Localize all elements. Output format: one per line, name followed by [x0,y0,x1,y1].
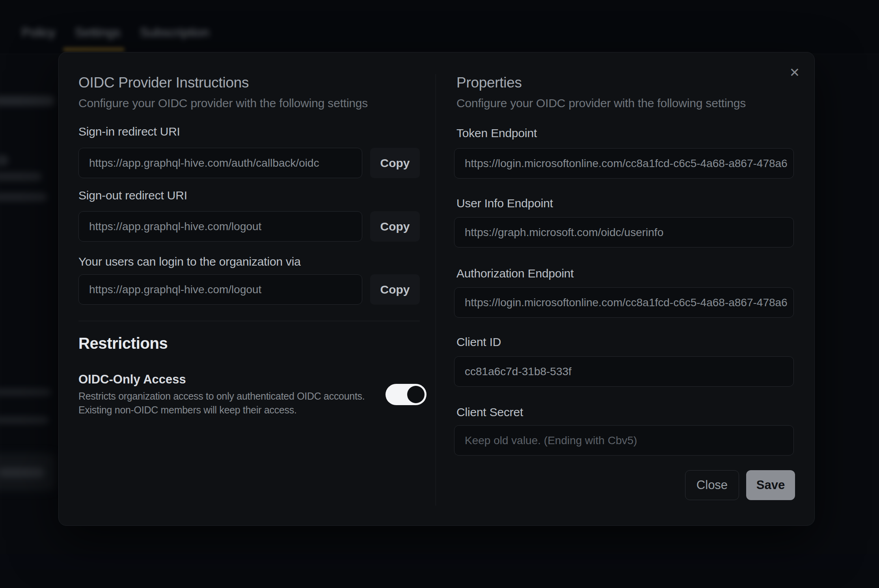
org-login-uri-input[interactable] [78,274,362,305]
sign-in-redirect-uri-label: Sign-in redirect URI [78,125,180,138]
properties-subtitle: Configure your OIDC provider with the fo… [456,97,746,110]
client-id-label: Client ID [456,335,501,349]
properties-title: Properties [456,74,522,91]
org-login-uri-label: Your users can login to the organization… [78,255,301,268]
instructions-subtitle: Configure your OIDC provider with the fo… [78,97,368,110]
oidc-only-access-label: OIDC-Only Access [78,372,186,387]
oidc-only-access-description: Restricts organization access to only au… [78,389,365,417]
oidc-only-access-toggle[interactable] [385,384,426,405]
oidc-settings-modal: ✕ OIDC Provider Instructions Configure y… [58,52,815,526]
restrictions-heading: Restrictions [78,335,168,352]
token-endpoint-input[interactable] [454,148,794,179]
sign-out-redirect-uri-input[interactable] [78,211,362,242]
client-secret-input[interactable] [454,425,794,456]
user-info-endpoint-label: User Info Endpoint [456,197,553,210]
client-id-input[interactable] [454,356,794,387]
description-line-2: Existing non-OIDC members will keep thei… [78,403,365,417]
save-button[interactable]: Save [746,470,795,500]
token-endpoint-label: Token Endpoint [456,127,537,140]
instructions-title: OIDC Provider Instructions [78,74,249,91]
copy-org-login-uri-button[interactable]: Copy [370,274,420,305]
column-divider [436,74,436,506]
sign-out-redirect-uri-label: Sign-out redirect URI [78,189,187,202]
close-button[interactable]: Close [685,470,739,500]
copy-sign-out-uri-button[interactable]: Copy [370,211,420,242]
authorization-endpoint-label: Authorization Endpoint [456,267,574,280]
authorization-endpoint-input[interactable] [454,287,794,318]
description-line-1: Restricts organization access to only au… [78,389,365,403]
oidc-settings-page: Policy Settings Subscription ✕ OIDC Prov… [0,0,879,588]
client-secret-label: Client Secret [456,406,523,419]
copy-sign-in-uri-button[interactable]: Copy [370,148,420,178]
close-icon[interactable]: ✕ [784,62,805,83]
sign-in-redirect-uri-input[interactable] [78,148,362,178]
toggle-knob [407,386,425,403]
restrictions-divider [78,321,420,321]
user-info-endpoint-input[interactable] [454,217,794,247]
